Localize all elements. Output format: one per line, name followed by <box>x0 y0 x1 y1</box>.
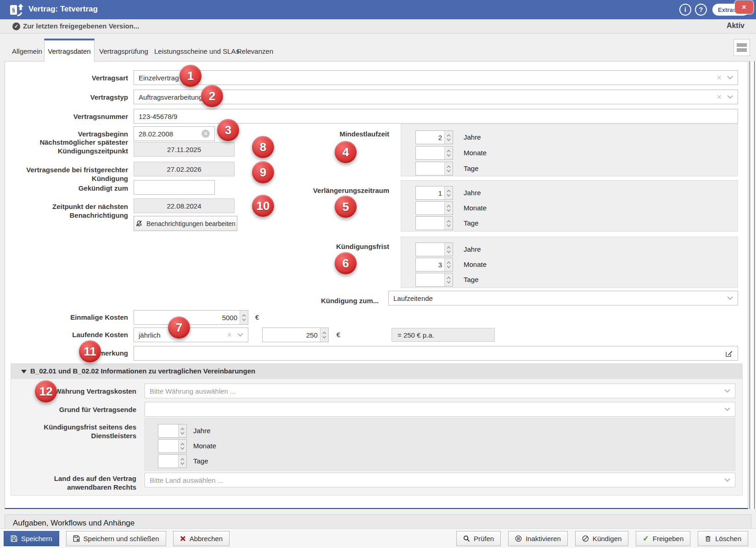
kuendigungsfrist-tage-stepper[interactable] <box>415 273 453 287</box>
tab-relevanzen[interactable]: Relevanzen <box>237 47 273 55</box>
spinner-arrows-icon[interactable] <box>444 186 453 199</box>
clear-icon[interactable]: × <box>227 331 232 339</box>
laufende-kosten-input[interactable] <box>263 328 320 342</box>
inaktivieren-button[interactable]: Inaktivieren <box>508 531 568 546</box>
einmalige-kosten-stepper[interactable] <box>134 310 248 325</box>
scrollbar-track[interactable] <box>750 61 755 509</box>
save-close-icon <box>73 535 80 542</box>
chevron-down-icon[interactable] <box>237 333 243 337</box>
kuendigen-button[interactable]: Kündigen <box>575 531 628 546</box>
clear-icon[interactable]: × <box>717 73 722 82</box>
chevron-down-icon[interactable] <box>727 296 733 300</box>
verlaengerung-jahre-input[interactable] <box>416 186 444 199</box>
vertragstyp-value: Auftragsverarbeitung <box>139 93 717 101</box>
kuendigung-zum-label: Kündigung zum... <box>244 296 379 305</box>
land-input[interactable] <box>150 476 724 484</box>
laufende-kosten-stepper[interactable] <box>262 328 329 342</box>
verlaengerung-tage-stepper[interactable] <box>415 216 453 230</box>
spinner-arrows-icon[interactable] <box>444 147 453 159</box>
kuendigungsfrist-monate-stepper[interactable] <box>415 258 453 271</box>
speichern-und-schliessen-button[interactable]: Speichern und schließen <box>66 531 166 546</box>
vertragsbeginn-value: 28.02.2008 <box>139 130 202 138</box>
mindestlaufzeit-monate-input[interactable] <box>416 147 444 159</box>
spinner-arrows-icon[interactable] <box>320 328 328 342</box>
kuendigungsfrist-jahre-stepper[interactable] <box>415 243 453 256</box>
vertragsbeginn-datepicker[interactable]: 28.02.2008 × <box>134 126 215 141</box>
section-b02-title: B_02.01 und B_02.02 Informationen zu ver… <box>30 367 255 375</box>
waehrung-input[interactable] <box>150 387 724 395</box>
mindestlaufzeit-jahre-input[interactable] <box>416 131 444 144</box>
speichern-button[interactable]: Speichern <box>4 531 59 546</box>
clear-icon[interactable]: × <box>717 93 722 101</box>
verlaengerung-monate-stepper[interactable] <box>415 201 453 215</box>
dienstleister-tage-stepper[interactable] <box>158 454 187 468</box>
unit-jahre-label: Jahre <box>193 427 211 435</box>
kuendigungsfrist-jahre-input[interactable] <box>416 243 444 256</box>
spinner-arrows-icon[interactable] <box>240 311 248 324</box>
pruefen-button[interactable]: Prüfen <box>456 531 501 546</box>
waehrung-select[interactable] <box>145 384 735 398</box>
layout-toggle-button[interactable] <box>734 39 750 56</box>
chevron-down-icon[interactable] <box>724 478 730 482</box>
chevron-down-icon[interactable] <box>727 76 733 79</box>
spinner-arrows-icon[interactable] <box>444 162 453 175</box>
einmalige-kosten-label: Einmalige Kosten <box>14 313 128 322</box>
clear-date-icon[interactable]: × <box>202 130 210 138</box>
loeschen-button[interactable]: Löschen <box>698 531 748 546</box>
chevron-down-icon[interactable] <box>724 389 730 393</box>
spinner-arrows-icon[interactable] <box>444 217 453 230</box>
spinner-arrows-icon[interactable] <box>444 273 453 286</box>
info-icon[interactable]: i <box>679 4 691 16</box>
freigeben-button[interactable]: ✓ Freigeben <box>636 531 690 546</box>
grund-select[interactable] <box>145 402 735 417</box>
spinner-arrows-icon[interactable] <box>444 243 453 256</box>
mindestlaufzeit-tage-input[interactable] <box>416 162 444 175</box>
bemerkung-input[interactable] <box>134 346 738 361</box>
tab-vertragspruefung[interactable]: Vertragsprüfung <box>99 47 148 55</box>
verlaengerung-tage-input[interactable] <box>416 217 444 230</box>
kuendigung-zum-select[interactable]: Laufzeitende <box>388 291 738 305</box>
dienstleister-tage-input[interactable] <box>158 455 178 468</box>
dienstleister-jahre-stepper[interactable] <box>158 424 187 438</box>
spinner-arrows-icon[interactable] <box>178 440 186 452</box>
abbrechen-button[interactable]: Abbrechen <box>173 531 230 546</box>
mindestlaufzeit-jahre-stepper[interactable] <box>415 130 453 144</box>
land-select[interactable] <box>145 473 735 487</box>
spinner-arrows-icon[interactable] <box>444 258 453 271</box>
chevron-down-icon[interactable] <box>727 95 733 99</box>
vertragstyp-select[interactable]: Auftragsverarbeitung × <box>134 90 738 104</box>
laufende-kosten-interval-select[interactable]: jährlich × <box>134 328 248 342</box>
verlaengerung-monate-input[interactable] <box>416 202 444 215</box>
mindestlaufzeit-tage-stepper[interactable] <box>415 162 453 175</box>
dienstleister-monate-input[interactable] <box>158 440 178 452</box>
benachrichtigungen-bearbeiten-button[interactable]: Benachrichtigungen bearbeiten <box>134 216 237 231</box>
dienstleister-jahre-input[interactable] <box>158 424 178 437</box>
verlaengerung-jahre-stepper[interactable] <box>415 186 453 200</box>
tab-allgemein[interactable]: Allgemein <box>12 47 42 55</box>
kuendigungsfrist-monate-input[interactable] <box>416 258 444 271</box>
help-icon[interactable]: ? <box>695 4 707 16</box>
unit-tage-label: Tage <box>464 276 479 283</box>
chevron-down-icon[interactable] <box>724 407 730 411</box>
tab-leistungsscheine[interactable]: Leistungsscheine und SLAs <box>154 47 239 55</box>
section-b02-header[interactable]: B_02.01 und B_02.02 Informationen zu ver… <box>11 364 742 379</box>
mindestlaufzeit-monate-stepper[interactable] <box>415 146 453 160</box>
edit-icon[interactable] <box>725 350 733 357</box>
close-icon[interactable]: × <box>735 0 753 14</box>
spinner-arrows-icon[interactable] <box>444 202 453 215</box>
version-link[interactable]: Zur letzten freigegebenen Version... <box>23 22 139 30</box>
bemerkung-value[interactable] <box>139 350 725 357</box>
spinner-arrows-icon[interactable] <box>178 455 186 468</box>
spinner-arrows-icon[interactable] <box>178 424 186 437</box>
tab-vertragsdaten[interactable]: Vertragsdaten <box>44 39 95 62</box>
gekuendigt-zum-value[interactable] <box>139 184 210 192</box>
trash-icon <box>705 535 711 542</box>
dienstleister-monate-stepper[interactable] <box>158 439 187 453</box>
grund-input[interactable] <box>150 406 724 413</box>
section-b02: B_02.01 und B_02.02 Informationen zu ver… <box>11 363 743 496</box>
kuendigungsfrist-tage-input[interactable] <box>416 273 444 286</box>
spinner-arrows-icon[interactable] <box>444 131 453 144</box>
save-icon <box>11 535 17 542</box>
gekuendigt-zum-input[interactable] <box>134 180 215 195</box>
vertragsart-select[interactable]: Einzelvertrag × <box>134 70 738 85</box>
